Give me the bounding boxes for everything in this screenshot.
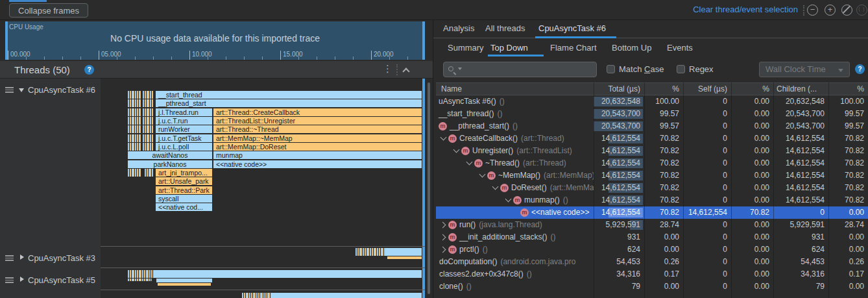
flame-bar[interactable]: syscall (156, 195, 212, 203)
column-separator[interactable] (594, 82, 594, 298)
column-header-2[interactable]: % (644, 83, 683, 95)
collapsed-triangle-icon[interactable] (20, 255, 24, 260)
flame-activity-stripes[interactable] (128, 270, 154, 278)
table-row[interactable]: m<<native code>>14,612,55470.8214,612,55… (436, 206, 868, 219)
thread-row-cpuasynctask-6[interactable]: CpuAsyncTask #6 (0, 84, 101, 96)
threads-help-icon[interactable]: ? (84, 65, 94, 75)
table-row[interactable]: m~MemMap()(art::MemMap)14,612,55470.8200… (436, 169, 868, 182)
flame-activity-stripes[interactable] (128, 279, 152, 281)
flame-activity-stripes[interactable] (156, 279, 212, 282)
table-row[interactable]: __start_thread()()20,543,70099.5700.0020… (436, 108, 868, 120)
flame-bar[interactable]: __pthread_start (156, 99, 422, 107)
chevron-down-icon[interactable] (465, 159, 474, 168)
column-separator[interactable] (773, 82, 774, 298)
table-row[interactable]: uAsyncTask #6()()20,632,548100.0000.0020… (436, 95, 868, 108)
flame-activity-stripes[interactable] (128, 99, 141, 107)
flame-bar[interactable]: j.u.c.L.poll (156, 143, 212, 151)
chevron-right-icon[interactable] (439, 221, 448, 230)
table-row[interactable]: mrun()(java.lang.Thread)5,929,59128.7400… (436, 219, 868, 231)
chevron-right-icon[interactable] (439, 233, 448, 242)
flame-activity-stripes[interactable] (128, 125, 141, 133)
cpu-usage-chart[interactable]: CPU Usage No CPU usage data available fo… (5, 21, 425, 60)
column-header-0[interactable]: Name (436, 83, 594, 95)
chevron-down-icon[interactable] (504, 196, 513, 205)
flame-activity-stripes[interactable] (143, 143, 154, 151)
flame-bar[interactable]: awaitNanos (128, 151, 212, 159)
flame-activity-stripes[interactable] (128, 169, 141, 177)
table-row[interactable]: m__pthread_start()()20,543,70099.5700.00… (436, 120, 868, 132)
collapse-panel-icon[interactable] (402, 68, 409, 75)
flame-bar[interactable]: art::Thread::CreateCallback (213, 108, 422, 116)
subtab-top-down[interactable]: Top Down (490, 43, 528, 53)
column-header-6[interactable]: % (828, 83, 868, 95)
flame-activity-stripes[interactable] (143, 108, 154, 116)
flame-activity-stripes[interactable] (143, 125, 154, 133)
column-header-3[interactable]: Self (µs) (683, 83, 731, 95)
flame-bar[interactable]: parkNanos (128, 160, 212, 168)
column-separator[interactable] (828, 82, 829, 298)
table-row[interactable]: m__init_additional_stacks()()9310.0000.0… (436, 231, 868, 243)
subtab-bottom-up[interactable]: Bottom Up (612, 43, 651, 53)
flame-activity-stripes[interactable] (143, 91, 154, 99)
table-row[interactable]: mCreateCallback()(art::Thread)14,612,554… (436, 132, 868, 145)
flame-activity-stripes[interactable] (385, 248, 422, 256)
chevron-down-icon[interactable] (491, 184, 500, 193)
flame-activity-stripes[interactable] (143, 99, 154, 107)
zoom-to-selection-icon[interactable]: ( ) (856, 5, 867, 16)
thread-row-cpuasynctask-3[interactable]: CpuAsyncTask #3 (0, 253, 101, 264)
tab-cpuasynctask-6[interactable]: CpuAsyncTask #6 (538, 23, 606, 33)
flame-activity-stripes[interactable] (128, 91, 141, 99)
expanded-triangle-icon[interactable] (19, 88, 24, 92)
regex-checkbox[interactable] (677, 65, 685, 73)
flame-bar[interactable]: j.u.c.T.run (156, 117, 212, 125)
flame-activity-stripes[interactable] (356, 248, 385, 256)
table-row[interactable]: mmunmap()()14,612,55470.8200.0014,612,55… (436, 194, 868, 206)
flame-bar[interactable]: art::MemMap::~MemMap (213, 134, 422, 142)
flame-bar[interactable]: j.l.Thread.run (156, 108, 212, 116)
flame-bar[interactable]: art::Thread::Park (156, 186, 212, 194)
drag-handle-icon[interactable] (5, 277, 14, 284)
threads-menu-icon[interactable]: ⋮ (383, 63, 392, 75)
flame-activity-stripes[interactable] (143, 134, 154, 142)
column-header-1[interactable]: Total (µs) (594, 83, 644, 95)
column-separator[interactable] (683, 82, 684, 298)
column-header-4[interactable]: % (731, 83, 773, 95)
chevron-down-icon[interactable] (452, 147, 461, 156)
flame-bar[interactable]: runWorker (156, 125, 212, 133)
flame-activity-stripes[interactable] (145, 169, 154, 177)
clock-type-select[interactable]: Wall Clock Time (759, 62, 850, 77)
flame-activity-stripes[interactable] (128, 143, 141, 151)
clear-selection-link[interactable]: Clear thread/event selection (693, 5, 798, 14)
drag-handle-icon[interactable] (5, 87, 14, 93)
flame-activity-stripes[interactable] (128, 108, 141, 116)
search-history-caret-icon[interactable] (458, 68, 462, 70)
flame-activity-stripes[interactable] (158, 283, 211, 286)
chevron-down-icon[interactable] (478, 171, 487, 180)
flame-bar[interactable]: j.u.c.T.getTask (156, 134, 212, 142)
zoom-in-icon[interactable]: + (825, 5, 836, 16)
flame-bar[interactable]: art::MemMap::DoReset (213, 143, 422, 151)
reset-zoom-icon[interactable] (841, 5, 852, 16)
zoom-out-icon[interactable]: − (807, 5, 818, 16)
chevron-down-icon[interactable] (439, 134, 448, 143)
column-separator[interactable] (644, 82, 645, 298)
match-case-checkbox[interactable] (607, 65, 615, 73)
collapsed-triangle-icon[interactable] (20, 277, 24, 282)
flame-activity-stripes[interactable] (271, 293, 422, 298)
flame-activity-stripes[interactable] (242, 293, 271, 298)
flame-bar[interactable]: art::Unsafe_park (156, 177, 212, 185)
flame-bar[interactable]: __start_thread (156, 91, 422, 99)
subtab-flame-chart[interactable]: Flame Chart (550, 43, 597, 53)
flame-activity-stripes[interactable] (128, 134, 141, 142)
tab-analysis[interactable]: Analysis (443, 23, 474, 33)
flame-activity-stripes[interactable] (128, 117, 141, 125)
tab-all-threads[interactable]: All threads (485, 23, 525, 33)
flame-bar[interactable]: munmap (213, 151, 422, 159)
flame-bar[interactable]: <<native cod... (156, 203, 212, 211)
collapse-frames-button[interactable]: Collapse frames (9, 3, 88, 18)
table-row[interactable]: mUnregister()(art::ThreadList)14,612,554… (436, 145, 868, 157)
table-row[interactable]: mprctl()()6240.0000.006240.00 (436, 243, 868, 256)
clock-help-icon[interactable]: ? (855, 64, 865, 74)
column-header-5[interactable]: Children (... (773, 83, 828, 95)
table-row[interactable]: clone()()790.0000.00790.00 (436, 280, 868, 293)
